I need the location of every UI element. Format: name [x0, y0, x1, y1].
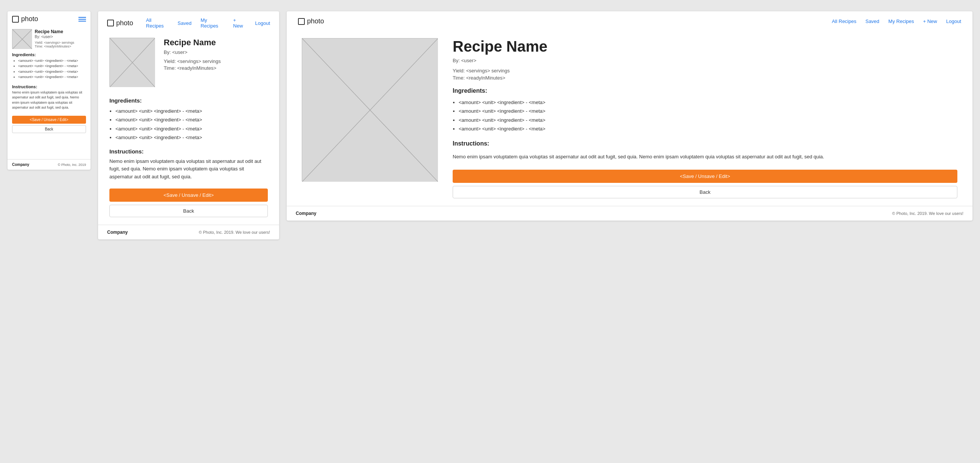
mobile-actions: <Save / Unsave / Edit> Back: [8, 114, 91, 135]
mobile-recipe-info: Recipe Name By: <user> Yield: <servings>…: [35, 29, 74, 49]
medium-recipe-details: Recipe Name By: <user> Yield: <servings>…: [164, 38, 221, 71]
recipe-image-small: [12, 29, 32, 49]
large-ingredient-list: <amount> <unit> <ingredient> - <meta> <a…: [453, 98, 958, 133]
medium-ingredient-list: <amount> <unit> <ingredient> - <meta> <a…: [110, 107, 268, 142]
nav-new[interactable]: + New: [233, 17, 246, 29]
mobile-ingredients-title: Ingredients:: [12, 52, 86, 57]
medium-logo: photo: [107, 19, 133, 27]
large-nav-logout[interactable]: Logout: [946, 19, 961, 24]
mobile-meta: Yield: <servings> servings Time: <readyI…: [35, 41, 74, 48]
medium-time: Time: <readyInMinutes>: [164, 65, 221, 71]
list-item: <amount> <unit> <ingredient> - <meta>: [459, 107, 958, 116]
large-instructions-title: Instructions:: [453, 140, 958, 147]
mobile-ingredients-section: Ingredients: <amount> <unit> <ingredient…: [8, 51, 91, 83]
mobile-instructions-title: Instructions:: [12, 84, 86, 89]
large-footer-company: Company: [296, 211, 317, 216]
back-button[interactable]: Back: [12, 125, 86, 133]
medium-nav: photo All Recipes Saved My Recipes + New…: [98, 11, 279, 34]
placeholder-svg-large: [302, 38, 438, 182]
mobile-top-bar: photo: [8, 11, 91, 26]
list-item: <amount> <unit> <ingredient> - <meta>: [18, 63, 86, 69]
medium-footer: Company © Photo, Inc. 2019. We love our …: [98, 225, 279, 239]
medium-ingredients-title: Ingredients:: [110, 97, 268, 104]
large-nav-new[interactable]: + New: [923, 19, 937, 24]
large-yield: Yield: <servings> servings: [453, 68, 958, 73]
medium-recipe-body: Recipe Name By: <user> Yield: <servings>…: [98, 34, 279, 94]
nav-all-recipes[interactable]: All Recipes: [146, 17, 169, 29]
mobile-instructions-text: Nemo enim ipsum voluptatem quia voluptas…: [12, 90, 86, 111]
large-logo: photo: [298, 17, 324, 25]
mobile-yield: Yield: <servings> servings: [35, 41, 74, 44]
recipe-image-large: [302, 38, 438, 181]
large-nav-links: All Recipes Saved My Recipes + New Logou…: [832, 19, 961, 24]
large-nav: photo All Recipes Saved My Recipes + New…: [287, 11, 972, 30]
mobile-footer-company: Company: [12, 162, 29, 166]
medium-by-user: By: <user>: [164, 49, 221, 55]
back-button-medium[interactable]: Back: [110, 205, 268, 217]
medium-instructions-text: Nemo enim ipsam voluptatem quia voluptas…: [110, 158, 268, 181]
nav-my-recipes[interactable]: My Recipes: [200, 17, 224, 29]
mobile-recipe-card: Recipe Name By: <user> Yield: <servings>…: [8, 26, 91, 51]
mobile-footer-copyright: © Photo, Inc. 2019: [58, 163, 86, 166]
mobile-recipe-name: Recipe Name: [35, 29, 74, 34]
large-nav-all-recipes[interactable]: All Recipes: [832, 19, 856, 24]
logo-icon-large: [298, 18, 305, 25]
large-footer-copyright: © Photo, Inc. 2019. We love our users!: [892, 211, 963, 216]
list-item: <amount> <unit> <ingredient> - <meta>: [18, 69, 86, 74]
large-by-user: By: <user>: [453, 58, 958, 63]
large-recipe-name: Recipe Name: [453, 38, 958, 55]
large-time: Time: <readyInMinutes>: [453, 75, 958, 81]
mobile-footer: Company © Photo, Inc. 2019: [8, 159, 91, 170]
panel-large: photo All Recipes Saved My Recipes + New…: [287, 11, 972, 220]
save-unsave-edit-button-large[interactable]: <Save / Unsave / Edit>: [453, 170, 958, 183]
list-item: <amount> <unit> <ingredient> - <meta>: [115, 124, 268, 133]
large-footer: Company © Photo, Inc. 2019. We love our …: [287, 206, 972, 220]
large-ingredients-title: Ingredients:: [453, 87, 958, 94]
hamburger-icon[interactable]: [78, 17, 86, 22]
nav-saved[interactable]: Saved: [178, 21, 192, 26]
nav-logout[interactable]: Logout: [255, 21, 270, 26]
medium-instructions-title: Instructions:: [110, 148, 268, 155]
back-button-large[interactable]: Back: [453, 186, 958, 198]
medium-yield: Yield: <servings> servings: [164, 59, 221, 64]
medium-footer-copyright: © Photo, Inc. 2019. We love our users!: [199, 230, 270, 235]
list-item: <amount> <unit> <ingredient> - <meta>: [115, 116, 268, 124]
medium-full-content: Ingredients: <amount> <unit> <ingredient…: [98, 94, 279, 225]
list-item: <amount> <unit> <ingredient> - <meta>: [115, 133, 268, 142]
medium-footer-company: Company: [107, 230, 128, 235]
list-item: <amount> <unit> <ingredient> - <meta>: [18, 58, 86, 63]
panel-medium: photo All Recipes Saved My Recipes + New…: [98, 11, 279, 239]
large-recipe-details: Recipe Name By: <user> Yield: <servings>…: [453, 38, 958, 198]
large-recipe-body: Recipe Name By: <user> Yield: <servings>…: [287, 30, 972, 206]
recipe-image-medium: [110, 38, 155, 87]
save-unsave-edit-button-medium[interactable]: <Save / Unsave / Edit>: [110, 189, 268, 202]
large-instructions-text: Nemo enim ipsam voluptatem quia voluptas…: [453, 153, 958, 161]
mobile-logo: photo: [12, 15, 38, 23]
medium-recipe-name: Recipe Name: [164, 38, 221, 48]
mobile-time: Time: <readyInMinutes>: [35, 44, 74, 48]
mobile-by-user: By: <user>: [35, 35, 74, 39]
list-item: <amount> <unit> <ingredient> - <meta>: [115, 107, 268, 116]
list-item: <amount> <unit> <ingredient> - <meta>: [459, 98, 958, 107]
large-actions: <Save / Unsave / Edit> Back: [453, 170, 958, 198]
medium-actions: <Save / Unsave / Edit> Back: [110, 189, 268, 217]
list-item: <amount> <unit> <ingredient> - <meta>: [459, 124, 958, 133]
medium-brand-name: photo: [116, 19, 133, 27]
save-unsave-edit-button[interactable]: <Save / Unsave / Edit>: [12, 116, 86, 124]
mobile-instructions-section: Instructions: Nemo enim ipsum voluptatem…: [8, 83, 91, 114]
placeholder-svg-medium: [110, 38, 155, 87]
large-brand-name: photo: [307, 17, 324, 25]
mobile-brand-name: photo: [21, 15, 38, 23]
list-item: <amount> <unit> <ingredient> - <meta>: [18, 74, 86, 79]
placeholder-svg-small: [13, 29, 32, 49]
large-nav-my-recipes[interactable]: My Recipes: [888, 19, 914, 24]
mobile-ingredient-list: <amount> <unit> <ingredient> - <meta> <a…: [12, 58, 86, 80]
logo-icon: [12, 16, 19, 23]
list-item: <amount> <unit> <ingredient> - <meta>: [459, 116, 958, 124]
large-nav-saved[interactable]: Saved: [865, 19, 879, 24]
logo-icon-medium: [107, 20, 114, 26]
panel-mobile: photo Recipe Name By: <user> Yield: <ser…: [8, 11, 91, 170]
